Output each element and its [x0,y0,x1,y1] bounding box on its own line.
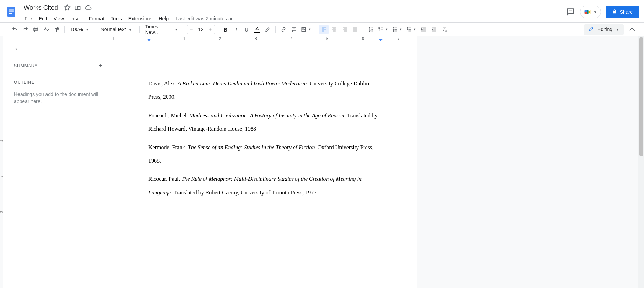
citation-entry: Ricoeur, Paul. The Rule of Metaphor: Mul… [148,172,382,199]
menu-insert[interactable]: Insert [68,14,85,23]
separator [64,26,65,33]
menu-file[interactable]: File [22,14,35,23]
citation-entry: Foucault, Michel. Madness and Civilizati… [148,109,382,136]
print-button[interactable] [31,25,41,34]
svg-point-15 [393,27,394,28]
svg-rect-6 [584,12,587,14]
chevron-down-icon: ▼ [413,28,416,31]
lock-icon [612,9,617,15]
ruler-number: 7 [398,37,400,41]
svg-point-16 [393,29,394,30]
scrollbar-thumb[interactable] [639,37,643,156]
chevron-down-icon: ▼ [616,28,620,32]
svg-rect-1 [9,9,14,10]
docs-logo[interactable] [5,3,19,21]
chevron-down-icon: ▼ [399,28,402,31]
separator [218,26,218,33]
ruler-number: 1 [183,37,186,41]
last-edit-link[interactable]: Last edit was 2 minutes ago [176,16,237,21]
svg-rect-5 [584,10,587,12]
svg-rect-14 [379,27,380,29]
svg-rect-10 [55,27,58,29]
cloud-icon[interactable] [85,4,92,11]
entry-text: Foucault, Michel. [148,112,189,118]
undo-button[interactable] [10,25,20,34]
share-button[interactable]: Share [606,6,639,18]
ruler-number: 2 [219,37,221,41]
insert-image-button[interactable]: ▼ [300,25,313,34]
hide-menus-button[interactable] [627,25,637,34]
citation-entry: Kermode, Frank. The Sense of an Ending: … [148,141,382,168]
page[interactable]: Davis, Alex. A Broken Line: Denis Devlin… [113,42,417,288]
numbered-list-button[interactable]: ▼ [405,25,418,34]
document-title[interactable]: Works Cited [22,4,60,12]
bulleted-list-button[interactable]: ▼ [391,25,404,34]
add-summary-button[interactable]: + [98,62,103,70]
decrease-font-button[interactable]: − [187,26,196,33]
outline-sidebar: ← SUMMARY + OUTLINE Headings you add to … [4,36,113,288]
menu-tools[interactable]: Tools [108,14,125,23]
menu-help[interactable]: Help [156,14,172,23]
pencil-icon [588,26,594,33]
mode-label: Editing [597,27,612,32]
zoom-value: 100% [70,27,83,32]
insert-link-button[interactable] [279,25,288,34]
menu-view[interactable]: View [51,14,67,23]
spellcheck-button[interactable] [41,25,51,34]
menu-format[interactable]: Format [86,14,107,23]
svg-rect-3 [9,13,12,14]
align-left-button[interactable] [319,25,329,34]
meet-button[interactable]: ▼ [580,6,601,18]
line-spacing-button[interactable] [366,25,376,34]
font-value: Times New… [145,24,172,35]
redo-button[interactable] [20,25,30,34]
clear-formatting-button[interactable] [440,25,449,34]
entry-text: . Translated by Robert Czerny, Universit… [171,190,318,196]
increase-indent-button[interactable] [429,25,439,34]
separator [316,26,316,33]
move-icon[interactable] [74,4,81,11]
menu-extensions[interactable]: Extensions [126,14,155,23]
style-select[interactable]: Normal text▼ [98,25,136,34]
align-right-button[interactable] [340,25,350,34]
text-color-button[interactable]: A [252,25,262,34]
font-size-group: − 12 + [187,25,215,34]
chevron-down-icon: ▼ [385,28,388,31]
align-center-button[interactable] [329,25,339,34]
align-justify-button[interactable] [350,25,360,34]
chevron-down-icon: ▼ [308,28,311,31]
close-outline-button[interactable]: ← [14,44,103,53]
star-icon[interactable] [64,4,71,11]
comments-icon[interactable] [566,7,575,16]
font-size-input[interactable]: 12 [196,25,206,34]
zoom-select[interactable]: 100%▼ [68,25,92,34]
meet-icon [584,8,592,16]
menu-edit[interactable]: Edit [36,14,50,23]
font-select[interactable]: Times New…▼ [142,25,181,34]
bold-button[interactable]: B [221,25,231,34]
outline-label: OUTLINE [14,80,103,85]
checklist-button[interactable]: ▼ [377,25,390,34]
mode-select[interactable]: Editing ▼ [584,24,624,35]
add-comment-button[interactable] [289,25,299,34]
highlight-button[interactable] [263,25,273,34]
entry-text: Ricoeur, Paul. [148,176,181,182]
style-value: Normal text [101,27,126,32]
ruler-number: 5 [326,37,328,41]
svg-rect-2 [9,11,14,12]
app-header: Works Cited File Edit View Insert Format… [0,0,644,22]
underline-button[interactable]: U [242,25,252,34]
horizontal-ruler[interactable]: 1 1 2 3 4 5 6 7 [113,36,644,42]
document-canvas: 1 1 2 3 4 5 6 7 Davis, Alex. A Broken Li… [113,36,644,288]
decrease-indent-button[interactable] [419,25,428,34]
entry-title: The Sense of an Ending: Studies in the T… [188,144,315,150]
entry-text: Davis, Alex. [148,81,178,87]
title-area: Works Cited File Edit View Insert Format… [22,3,566,24]
chevron-down-icon: ▼ [175,28,178,32]
separator [95,26,95,33]
increase-font-button[interactable]: + [206,26,215,33]
scrollbar[interactable] [638,36,644,288]
italic-button[interactable]: I [231,25,241,34]
summary-label: SUMMARY [14,63,38,68]
paint-format-button[interactable] [52,25,62,34]
